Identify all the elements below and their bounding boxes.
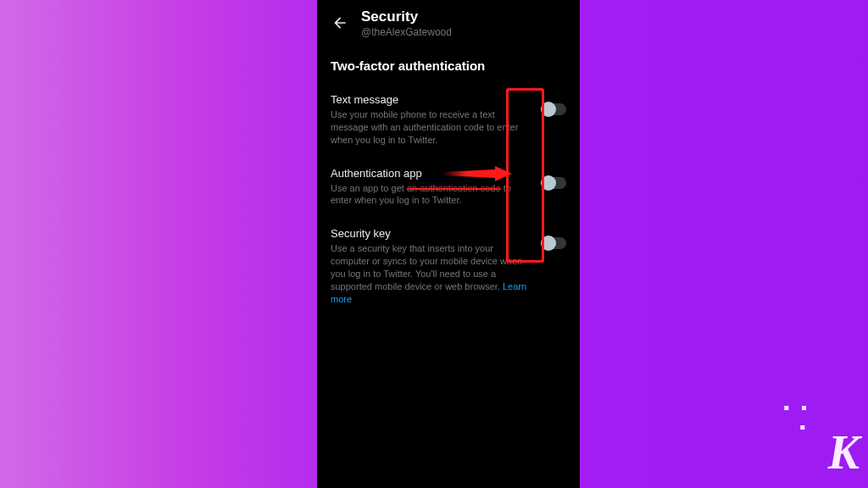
- option-security-key[interactable]: Security key Use a security key that ins…: [331, 227, 566, 305]
- toggle-knob: [541, 236, 556, 251]
- header: Security @theAlexGatewood: [331, 5, 566, 38]
- toggle-authentication-app[interactable]: [541, 177, 566, 189]
- toggle-text-message[interactable]: [541, 103, 566, 115]
- option-text-message[interactable]: Text message Use your mobile phone to re…: [331, 93, 566, 147]
- toggle-knob: [541, 102, 556, 117]
- header-text: Security @theAlexGatewood: [361, 8, 452, 38]
- desc-struck: an authentication code: [407, 183, 501, 193]
- option-desc: Use an app to get an authentication code…: [331, 182, 529, 208]
- option-desc: Use your mobile phone to receive a text …: [331, 108, 529, 147]
- stage: Security @theAlexGatewood Two-factor aut…: [0, 0, 868, 488]
- toggle-security-key[interactable]: [541, 237, 566, 249]
- option-title: Text message: [331, 93, 529, 106]
- option-title: Security key: [331, 227, 529, 240]
- option-desc: Use a security key that inserts into you…: [331, 242, 529, 305]
- toggle-knob: [541, 175, 556, 191]
- option-title: Authentication app: [331, 167, 529, 180]
- back-button[interactable]: [331, 14, 349, 32]
- section-title: Two-factor authentication: [331, 58, 566, 73]
- page-title: Security: [361, 8, 452, 25]
- phone-screen: Security @theAlexGatewood Two-factor aut…: [317, 0, 580, 488]
- desc-text: Use a security key that inserts into you…: [331, 243, 522, 291]
- watermark-logo: K: [828, 425, 858, 480]
- watermark-dots-icon: ▪ ▪ ▪: [783, 398, 810, 437]
- arrow-left-icon: [331, 14, 348, 31]
- user-handle: @theAlexGatewood: [361, 26, 452, 38]
- option-authentication-app[interactable]: Authentication app Use an app to get an …: [331, 167, 566, 208]
- desc-prefix: Use an app to get: [331, 183, 407, 193]
